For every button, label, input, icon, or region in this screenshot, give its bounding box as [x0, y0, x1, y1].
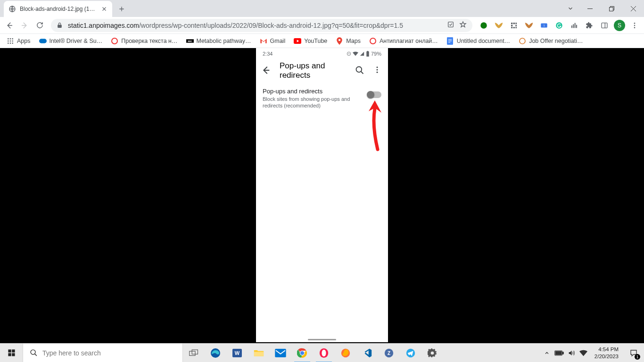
tray-overflow-icon[interactable]: [541, 344, 553, 362]
tray-battery-icon[interactable]: [553, 344, 565, 362]
nav-back-button[interactable]: [3, 19, 16, 32]
svg-point-41: [377, 69, 378, 71]
bookmark-antiplagiat[interactable]: Антиплагиат онлай…: [365, 35, 442, 47]
extension-wings1-icon[interactable]: [492, 19, 505, 32]
taskbar-search[interactable]: Type here to search: [23, 344, 183, 362]
setting-toggle[interactable]: [367, 91, 381, 98]
tray-wifi-icon[interactable]: [578, 344, 590, 362]
svg-point-30: [370, 38, 376, 44]
bookmark-star-icon[interactable]: [459, 21, 467, 30]
svg-point-13: [634, 25, 636, 26]
nav-reload-button[interactable]: [33, 19, 46, 32]
extension-wings2-icon[interactable]: [522, 19, 536, 32]
tray-volume-icon[interactable]: [565, 344, 578, 362]
wifi-icon: [353, 51, 358, 56]
side-panel-icon[interactable]: [598, 19, 611, 32]
android-home-indicator: [308, 339, 336, 340]
dnd-icon: [347, 51, 351, 56]
task-view-button[interactable]: [183, 344, 205, 362]
new-tab-button[interactable]: [115, 2, 128, 16]
taskbar-firefox-icon[interactable]: [335, 344, 356, 362]
svg-rect-65: [562, 352, 563, 354]
svg-point-21: [8, 42, 9, 44]
address-bar[interactable]: static1.anpoimages.com/wordpress/wp-cont…: [51, 19, 472, 32]
signal-icon: [360, 51, 364, 56]
bookmarks-bar: Apps Intel® Driver & Su… Проверка текста…: [0, 34, 644, 48]
bookmark-intel[interactable]: Intel® Driver & Su…: [35, 35, 107, 47]
svg-rect-45: [8, 353, 11, 356]
browser-tab[interactable]: Block-ads-android-12.jpg (1080×…: [4, 1, 112, 17]
svg-point-3: [480, 22, 487, 29]
action-center-button[interactable]: 1: [623, 344, 644, 362]
taskbar-chrome-icon[interactable]: [291, 344, 313, 362]
svg-point-22: [10, 42, 11, 44]
tab-search-button[interactable]: [562, 0, 579, 17]
window-minimize-button[interactable]: [579, 0, 601, 17]
bookmark-textcheck[interactable]: Проверка текста н…: [107, 35, 181, 47]
taskbar-vscode-icon[interactable]: [356, 344, 378, 362]
notification-badge: 1: [635, 354, 640, 360]
search-placeholder: Type here to search: [42, 349, 101, 357]
extension-adblock-icon[interactable]: [477, 19, 490, 32]
svg-rect-32: [448, 39, 452, 40]
taskbar-telegram-icon[interactable]: [400, 344, 421, 362]
svg-rect-49: [192, 350, 198, 354]
bookmark-youtube[interactable]: YouTube: [290, 35, 331, 47]
svg-point-17: [12, 38, 13, 40]
extensions-menu-icon[interactable]: [583, 19, 596, 32]
start-button[interactable]: [0, 344, 23, 362]
battery-icon: [366, 51, 370, 57]
lock-icon: [57, 22, 63, 29]
window-controls: [562, 0, 644, 17]
window-close-button[interactable]: [622, 0, 644, 17]
window-maximize-button[interactable]: [601, 0, 622, 17]
svg-rect-54: [275, 349, 286, 357]
bookmark-apps[interactable]: Apps: [3, 35, 34, 47]
youtube-icon: [294, 37, 301, 45]
taskbar-edge-icon[interactable]: [205, 344, 226, 362]
url-text: static1.anpoimages.com/wordpress/wp-cont…: [68, 22, 442, 29]
svg-rect-10: [576, 25, 577, 28]
svg-point-39: [356, 67, 362, 73]
bookmark-gmail[interactable]: Gmail: [256, 35, 289, 47]
svg-rect-53: [254, 352, 264, 356]
svg-rect-8: [573, 24, 574, 28]
svg-point-20: [12, 40, 13, 41]
extension-idm-icon[interactable]: 1: [537, 19, 551, 32]
taskbar-opera-icon[interactable]: [313, 344, 335, 362]
taskbar-explorer-icon[interactable]: [248, 344, 270, 362]
extension-stats-icon[interactable]: [568, 19, 581, 32]
android-more-icon[interactable]: [373, 66, 383, 76]
svg-point-12: [634, 23, 636, 24]
browser-tabstrip: Block-ads-android-12.jpg (1080×…: [0, 0, 644, 17]
android-back-icon[interactable]: [261, 65, 272, 76]
taskbar-clock[interactable]: 4:54 PM 2/20/2023: [590, 346, 623, 360]
bookmark-maps[interactable]: Maps: [332, 35, 364, 47]
gmail-icon: [260, 37, 267, 45]
bookmark-joboffer[interactable]: Job Offer negotiati…: [515, 35, 586, 47]
nav-forward-button[interactable]: [18, 19, 31, 32]
battery-percent: 79%: [371, 51, 381, 57]
svg-rect-1: [609, 7, 613, 11]
svg-rect-43: [8, 349, 11, 352]
chrome-menu-icon[interactable]: [628, 19, 641, 32]
system-tray: 4:54 PM 2/20/2023 1: [541, 344, 644, 362]
install-app-icon[interactable]: [447, 21, 454, 30]
android-search-icon[interactable]: [355, 66, 365, 76]
close-tab-icon[interactable]: [101, 6, 107, 12]
taskbar-zotero-icon[interactable]: Z: [378, 344, 400, 362]
setting-row: Pop-ups and redirects Block sites from s…: [256, 82, 388, 109]
extension-grammarly-icon[interactable]: [553, 19, 566, 32]
svg-rect-9: [575, 23, 576, 28]
svg-point-19: [10, 40, 11, 41]
taskbar-settings-icon[interactable]: [421, 344, 443, 362]
profile-avatar[interactable]: S: [613, 19, 626, 32]
bookmark-docs[interactable]: Untitled document…: [443, 35, 514, 47]
svg-point-47: [31, 350, 35, 354]
taskbar-mail-icon[interactable]: [270, 344, 291, 362]
bookmark-metabolic[interactable]: BBCMetabolic pathway…: [182, 35, 255, 47]
extension-grid-icon[interactable]: [507, 19, 520, 32]
intel-icon: [39, 37, 47, 45]
taskbar-word-icon[interactable]: W: [226, 344, 248, 362]
android-appbar: Pop-ups and redirects: [256, 59, 388, 82]
